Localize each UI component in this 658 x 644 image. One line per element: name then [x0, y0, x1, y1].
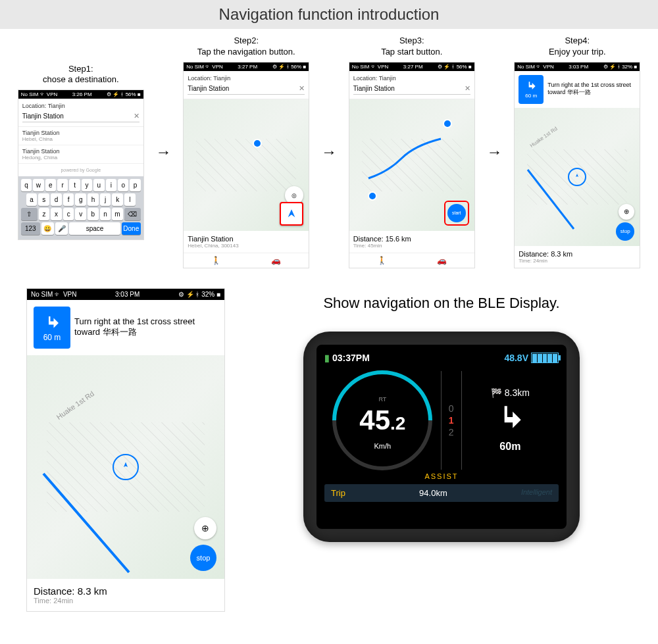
car-icon[interactable]: 🚗 [271, 256, 281, 265]
phone-4: No SIM ᯤ VPN3:03 PM⚙ ⚡ ᚼ 32% ■ 60 m Turn… [514, 62, 640, 268]
location-label: Location: Tianjin [22, 103, 139, 109]
compass-icon [113, 454, 139, 480]
phone-2: No SIM ᯤ VPN3:27 PM⚙ ⚡ ᚼ 56% ■ Location:… [183, 62, 309, 268]
arrow-icon: → [320, 143, 338, 161]
step-4: Step4:Enjoy your trip. No SIM ᯤ VPN3:03 … [507, 36, 649, 268]
ble-title: Show navigation on the BLE Display. [323, 295, 559, 312]
step-3: Step3:Tap start button. No SIM ᯤ VPN3:27… [341, 36, 483, 268]
stop-button[interactable]: stop [190, 545, 216, 571]
turn-instruction: Turn right at the 1st cross street towar… [74, 316, 218, 338]
turn-banner: 60 m Turn right at the 1st cross street … [515, 71, 640, 108]
step-2: Step2:Tap the navigation button. No SIM … [176, 36, 318, 268]
destination-pin-icon [443, 119, 452, 128]
route-info: Distance: 8.3 km Time: 24min [27, 579, 224, 611]
transport-modes[interactable]: 🚶 🚗 [184, 253, 309, 268]
phone-large: No SIM ᯤ VPN3:03 PM⚙ ⚡ ᚼ 32% ■ 60 m Turn… [26, 288, 225, 612]
route-info: Distance: 8.3 km Time: 24min [515, 246, 640, 268]
step-1-label: Step1:chose a destination. [43, 64, 119, 86]
ble-voltage: 48.8V [504, 353, 559, 363]
clear-icon[interactable]: ✕ [465, 84, 470, 93]
turn-right-icon: 60 m [34, 307, 70, 349]
status-bar: No SIM ᯤ VPN3:03 PM⚙ ⚡ ᚼ 32% ■ [515, 62, 640, 71]
status-bar: No SIM ᯤ VPN3:27 PM⚙ ⚡ ᚼ 56% ■ [184, 62, 309, 71]
ble-display-device: ▮ 03:37PM 48.8V RT 45.2 Km/h [303, 332, 580, 542]
phone-1: No SIM ᯤ VPN3:26 PM⚙ ⚡ ᚼ 56% ■ Location:… [18, 89, 144, 240]
assist-label: ASSIST [324, 472, 559, 480]
map[interactable]: Huake 1st Rd ⊕ stop [27, 355, 224, 579]
clear-icon[interactable]: ✕ [299, 84, 305, 93]
keyboard[interactable]: qwertyuiop asdfghjkl ⇧zxcvbnm⌫ 123😀🎤spac… [18, 176, 143, 239]
suggestion-1[interactable]: Tianjin Station Hebei, China [18, 127, 143, 145]
walk-icon[interactable]: 🚶 [377, 256, 387, 265]
start-pin-icon [368, 191, 377, 201]
search-box: Location: Tianjin Tianjin Station✕ [349, 71, 474, 99]
flag-icon: 🏁 [491, 387, 502, 398]
status-bar: No SIM ᯤ VPN3:27 PM⚙ ⚡ ᚼ 56% ■ [349, 62, 474, 71]
done-key[interactable]: Done [122, 222, 141, 235]
recenter-button[interactable]: ⊕ [619, 204, 634, 220]
arrow-icon: → [486, 143, 504, 161]
turn-right-icon [494, 401, 526, 438]
navigation-button[interactable] [280, 202, 303, 226]
ble-time: ▮ 03:37PM [324, 353, 370, 363]
ble-navigation: 🏁8.3km 60m [462, 371, 559, 470]
stop-button[interactable]: stop [616, 222, 634, 241]
walk-icon[interactable]: 🚶 [211, 256, 221, 265]
assist-level: 0 1 2 [441, 371, 462, 470]
search-input[interactable]: Tianjin Station✕ [22, 111, 139, 122]
turn-instruction: Turn right at the 1st cross street towar… [547, 82, 636, 97]
page-title: Navigation function introduction [0, 0, 658, 29]
space-key[interactable]: space [69, 222, 120, 235]
ble-column: Show navigation on the BLE Display. ▮ 03… [251, 288, 632, 542]
start-button[interactable]: start [444, 201, 469, 226]
ble-screen: ▮ 03:37PM 48.8V RT 45.2 Km/h [316, 345, 567, 529]
trip-bar: Trip 94.0km Intelligent [324, 484, 559, 502]
lower-section: No SIM ᯤ VPN3:03 PM⚙ ⚡ ᚼ 32% ■ 60 m Turn… [0, 275, 658, 625]
speed-gauge: RT 45.2 Km/h [324, 371, 441, 470]
search-input[interactable]: Tianjin Station✕ [353, 83, 470, 95]
arrow-icon: → [155, 143, 173, 161]
suggestion-2[interactable]: Tianjin Station Hedong, China [18, 145, 143, 164]
compass-icon [568, 168, 586, 186]
turn-banner: 60 m Turn right at the 1st cross street … [27, 300, 224, 355]
step-4-label: Step4:Enjoy your trip. [549, 36, 606, 58]
battery-level-icon [531, 353, 559, 363]
transport-modes[interactable]: 🚶 🚗 [349, 253, 474, 268]
route-info: Distance: 15.6 km Time: 45min [349, 231, 474, 253]
map[interactable]: Huake 1st Rd ⊕ stop [515, 108, 640, 246]
road-label: Huake 1st Rd [55, 389, 95, 421]
status-bar: No SIM ᯤ VPN3:26 PM⚙ ⚡ ᚼ 56% ■ [18, 90, 143, 99]
clear-icon[interactable]: ✕ [134, 112, 139, 120]
turn-right-icon: 60 m [519, 75, 544, 104]
shift-key[interactable]: ⇧ [21, 208, 38, 220]
destination-info: Tianjin Station Hebei, China, 300143 [184, 231, 309, 253]
phone-3: No SIM ᯤ VPN3:27 PM⚙ ⚡ ᚼ 56% ■ Location:… [349, 62, 475, 268]
destination-pin-icon [253, 139, 262, 148]
car-icon[interactable]: 🚗 [437, 256, 447, 265]
recenter-button[interactable]: ⊕ [194, 517, 216, 539]
search-box: Location: Tianjin Tianjin Station✕ [184, 71, 309, 99]
route-path [521, 163, 609, 246]
map[interactable]: ◎ [184, 99, 309, 231]
map[interactable]: start [349, 99, 474, 231]
powered-by: powered by Google [18, 164, 143, 176]
road-label: Huake 1st Rd [529, 126, 559, 149]
backspace-key[interactable]: ⌫ [124, 208, 141, 220]
step-3-label: Step3:Tap start button. [381, 36, 442, 58]
step-2-label: Step2:Tap the navigation button. [197, 36, 295, 58]
status-bar: No SIM ᯤ VPN3:03 PM⚙ ⚡ ᚼ 32% ■ [27, 289, 224, 300]
battery-icon: ▮ [324, 353, 330, 363]
steps-row: Step1:chose a destination. No SIM ᯤ VPN3… [0, 29, 658, 275]
route-path [37, 467, 155, 579]
search-box: Location: Tianjin Tianjin Station✕ [18, 99, 143, 127]
step-1: Step1:chose a destination. No SIM ᯤ VPN3… [10, 64, 152, 241]
num-key[interactable]: 123 [21, 222, 40, 235]
search-input[interactable]: Tianjin Station✕ [188, 83, 305, 95]
key[interactable]: q [21, 179, 32, 191]
